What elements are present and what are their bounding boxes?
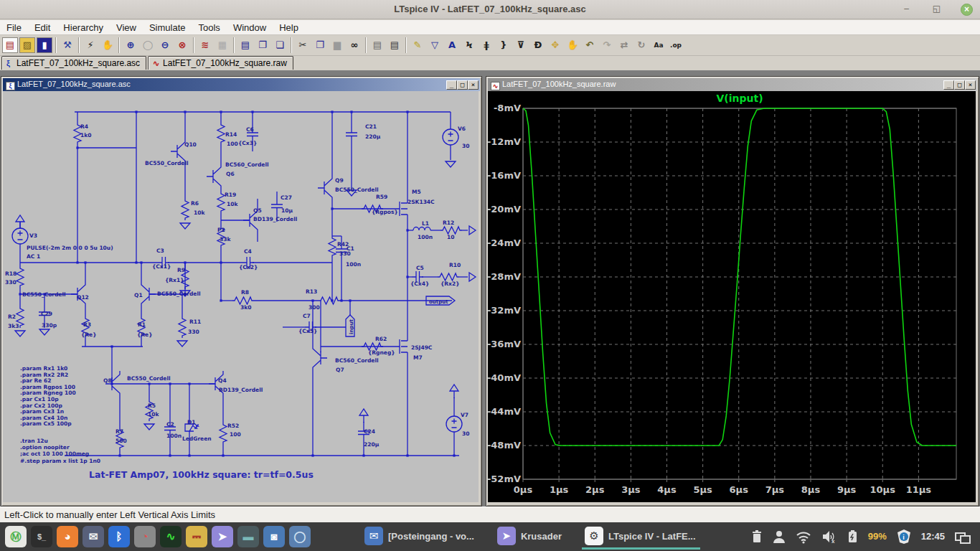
waveform-plot-area[interactable]: -8mV-12mV-16mV-20mV-24mV-28mV-32mV-36mV-…	[488, 91, 976, 502]
slate-app-icon[interactable]: ▬	[237, 526, 259, 547]
component-label: BC560_Cordell	[335, 357, 379, 364]
paste-icon[interactable]: ▆	[329, 37, 345, 53]
browser-circle-icon[interactable]: ◯	[289, 526, 311, 547]
diode-icon[interactable]: ⊽	[513, 37, 529, 53]
component-label: M7	[413, 354, 423, 361]
redo-icon[interactable]: ↷	[599, 37, 615, 53]
oscilloscope-icon[interactable]: ∿	[160, 526, 182, 547]
wire-icon[interactable]: ✎	[410, 37, 425, 53]
task-mail[interactable]: ✉[Posteingang - vo...	[359, 522, 481, 551]
menu-edit[interactable]: Edit	[28, 20, 57, 35]
schematic-maximize-button[interactable]: □	[457, 80, 468, 90]
tab-waveform[interactable]: ∿LatFET_07_100kHz_square.raw	[148, 56, 293, 70]
waveform-minimize-button[interactable]: _	[943, 80, 954, 90]
inductor-icon[interactable]: }	[496, 37, 512, 53]
control-panel-hammer-icon[interactable]: ⚒	[60, 37, 75, 53]
svg-text:i: i	[903, 534, 905, 541]
component-icon[interactable]: Ð	[530, 37, 546, 53]
mint-menu-icon[interactable]: Ⓜ	[5, 526, 27, 547]
maximize-button[interactable]: ◱	[930, 4, 943, 16]
capacitor-icon[interactable]: ǂ	[479, 37, 494, 53]
firefox-icon[interactable]: ◕	[57, 526, 78, 547]
move-icon[interactable]: ✥	[547, 37, 563, 53]
spice-param-line: .param Cx5 100p	[20, 420, 72, 427]
waveform-window[interactable]: ∿LatFET_07_100kHz_square.raw _□× -8mV-12…	[486, 76, 979, 507]
component-symbols	[12, 123, 476, 450]
component-label: C29	[41, 311, 52, 317]
desktop: LTspice IV - LatFET_07_100kHz_square.asc…	[0, 0, 980, 551]
schematic-close-button[interactable]: ×	[468, 80, 479, 90]
schematic-window-titlebar[interactable]: ξLatFET_07_100kHz_square.asc _□×	[3, 78, 480, 91]
terminal-icon[interactable]: $_	[31, 526, 52, 547]
task-ltspice[interactable]: ⚙LTspice IV - LatFE...	[579, 522, 703, 551]
x-axis-tick-label: 3µs	[621, 484, 641, 495]
zoom-full-icon[interactable]: ◯	[140, 37, 156, 53]
y-axis-tick-label: -20mV	[488, 204, 521, 215]
component-label: {Rgpos}	[372, 209, 398, 215]
menu-hierarchy[interactable]: Hierarchy	[57, 20, 110, 35]
ltspice-launcher-icon[interactable]: ⎓	[186, 526, 207, 547]
find-icon[interactable]: ∞	[347, 37, 362, 53]
rotate-icon[interactable]: ↻	[633, 37, 649, 53]
user-icon[interactable]	[773, 529, 786, 544]
screenshot-icon[interactable]: ◙	[263, 526, 285, 547]
shield-icon[interactable]: i	[897, 529, 911, 544]
mail-launcher-icon[interactable]: ✉	[83, 526, 104, 547]
menu-simulate[interactable]: Simulate	[143, 20, 192, 35]
drag-icon[interactable]: ✋	[565, 37, 580, 53]
volume-muted-icon[interactable]: x	[821, 529, 837, 544]
schematic-window-controls[interactable]: _□×	[446, 80, 479, 90]
pan-icon[interactable]: ▦	[215, 37, 230, 53]
menu-window[interactable]: Window	[227, 20, 273, 35]
trash-icon[interactable]	[751, 529, 763, 544]
bluetooth-icon[interactable]: ᛒ	[108, 526, 130, 547]
tile-horizontal-icon[interactable]: ▤	[237, 37, 253, 53]
schematic-window[interactable]: ξLatFET_07_100kHz_square.asc _□× R41k0Q1…	[1, 76, 482, 507]
menu-help[interactable]: Help	[273, 20, 305, 35]
waveform-maximize-button[interactable]: □	[954, 80, 965, 90]
text-icon[interactable]: Aa	[651, 37, 666, 53]
waveform-window-titlebar[interactable]: ∿LatFET_07_100kHz_square.raw _□×	[488, 78, 977, 91]
zoom-clear-icon[interactable]: ⊗	[174, 37, 190, 53]
copy-icon[interactable]: ❐	[312, 37, 328, 53]
workspaces-icon[interactable]	[955, 529, 971, 544]
close-button[interactable]: ×	[961, 4, 973, 16]
clock[interactable]: 12:45	[921, 529, 945, 544]
undo-icon[interactable]: ↶	[582, 37, 598, 53]
autorange-icon[interactable]: ≋	[197, 37, 213, 53]
cascade-icon[interactable]: ❏	[272, 37, 288, 53]
cut-icon[interactable]: ✂	[295, 37, 311, 53]
wifi-icon[interactable]	[796, 529, 811, 544]
menu-view[interactable]: View	[110, 20, 143, 35]
zoom-out-icon[interactable]: ⊖	[157, 37, 173, 53]
window-titlebar[interactable]: LTspice IV - LatFET_07_100kHz_square.asc…	[0, 0, 980, 19]
task-krusader[interactable]: ➤Krusader	[491, 522, 569, 551]
print-icon[interactable]: ▤	[387, 37, 402, 53]
trace-legend[interactable]: V(input)	[716, 93, 763, 104]
schematic-minimize-button[interactable]: _	[446, 80, 457, 90]
component-label: C6	[246, 126, 254, 133]
color-wheel-icon[interactable]: ◔	[134, 526, 156, 547]
print-setup-icon[interactable]: ▤	[369, 37, 385, 53]
zoom-in-icon[interactable]: ⊕	[123, 37, 138, 53]
resistor-icon[interactable]: Ϟ	[461, 37, 477, 53]
menu-file[interactable]: File	[0, 20, 28, 35]
battery-icon[interactable]	[847, 529, 858, 544]
open-file-icon[interactable]: ▨	[19, 37, 35, 53]
tile-vertical-icon[interactable]: ❐	[255, 37, 270, 53]
menu-tools[interactable]: Tools	[192, 20, 227, 35]
run-icon[interactable]: ⚡	[83, 37, 98, 53]
save-icon[interactable]: ▮	[37, 37, 52, 53]
waveform-close-button[interactable]: ×	[965, 80, 976, 90]
new-schematic-icon[interactable]: ▤	[2, 37, 18, 53]
waveform-window-controls[interactable]: _□×	[943, 80, 976, 90]
ground-icon[interactable]: ▽	[427, 37, 443, 53]
tab-schematic[interactable]: ξLatFET_07_100kHz_square.asc	[1, 56, 146, 70]
mirror-icon[interactable]: ⇄	[616, 37, 632, 53]
file-manager-icon[interactable]: ➤	[212, 526, 233, 547]
minimize-button[interactable]: –	[900, 4, 913, 16]
spice-directive-icon[interactable]: .op	[668, 37, 684, 53]
halt-icon[interactable]: ✋	[100, 37, 116, 53]
net-label-icon[interactable]: A	[444, 37, 460, 53]
schematic-canvas[interactable]: R41k0Q10BC550_CordellR14100C6{Cx3}BC560_…	[3, 91, 479, 502]
